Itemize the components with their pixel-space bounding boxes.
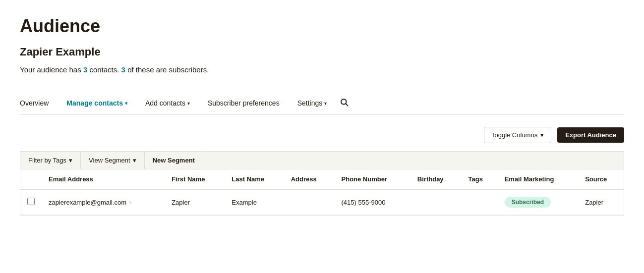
export-audience-button[interactable]: Export Audience	[557, 127, 624, 143]
table-header-phone: Phone Number	[335, 169, 410, 189]
contact-count: 3	[83, 65, 87, 74]
row-first-name: Zapier	[165, 189, 225, 215]
toggle-columns-button[interactable]: Toggle Columns ▾	[484, 127, 551, 143]
row-checkbox[interactable]	[27, 198, 35, 205]
nav-bar: Overview Manage contacts ▾ Add contacts …	[20, 92, 624, 115]
chevron-down-icon: ▾	[187, 101, 190, 106]
nav-item-subscriber-preferences[interactable]: Subscriber preferences	[199, 93, 289, 113]
contacts-table: Email Address First Name Last Name Addre…	[20, 169, 624, 216]
arrow-right-icon: ›	[129, 199, 131, 206]
row-email-cell: zapierexample@gmail.com ›	[42, 189, 165, 215]
nav-item-overview[interactable]: Overview	[20, 93, 58, 113]
subscribed-badge: Subscribed	[505, 197, 551, 208]
row-address	[284, 189, 335, 215]
table-header-address: Address	[284, 169, 335, 189]
table-header-email: Email Address	[42, 169, 165, 189]
table-header-last-name: Last Name	[225, 169, 284, 189]
row-source: Zapier	[578, 189, 624, 215]
table-header-source: Source	[578, 169, 624, 189]
nav-item-add-contacts[interactable]: Add contacts ▾	[136, 93, 199, 113]
table-header-first-name: First Name	[165, 169, 225, 189]
table-row: zapierexample@gmail.com › Zapier Example…	[20, 189, 624, 215]
table-header-checkbox	[20, 169, 42, 189]
table-header-row: Email Address First Name Last Name Addre…	[20, 169, 624, 189]
view-segment-button[interactable]: View Segment ▾	[81, 152, 145, 169]
toolbar: Toggle Columns ▾ Export Audience	[20, 115, 624, 151]
chevron-down-icon: ▾	[133, 157, 136, 164]
table-header-birthday: Birthday	[410, 169, 462, 189]
row-email[interactable]: zapierexample@gmail.com	[49, 199, 126, 206]
page-title: Audience	[20, 16, 624, 37]
filter-by-tags-button[interactable]: Filter by Tags ▾	[20, 152, 81, 169]
row-email-marketing: Subscribed	[498, 189, 579, 215]
nav-item-manage-contacts[interactable]: Manage contacts ▾	[58, 93, 136, 113]
chevron-down-icon: ▾	[125, 101, 127, 106]
row-birthday	[410, 189, 462, 215]
table-header-email-marketing: Email Marketing	[498, 169, 579, 189]
chevron-down-icon: ▾	[324, 101, 327, 106]
chevron-down-icon: ▾	[69, 157, 72, 164]
table-header-tags: Tags	[462, 169, 498, 189]
search-icon[interactable]	[336, 92, 352, 114]
filter-bar: Filter by Tags ▾ View Segment ▾ New Segm…	[20, 151, 624, 169]
audience-name: Zapier Example	[20, 46, 624, 58]
audience-stats: Your audience has 3 contacts. 3 of these…	[20, 65, 624, 74]
row-phone: (415) 555-9000	[335, 189, 410, 215]
nav-item-settings[interactable]: Settings ▾	[289, 93, 336, 113]
svg-line-1	[346, 104, 348, 106]
row-last-name: Example	[225, 189, 284, 215]
chevron-down-icon: ▾	[540, 131, 544, 139]
row-tags	[462, 189, 498, 215]
new-segment-button[interactable]: New Segment	[145, 152, 203, 169]
subscriber-count: 3	[121, 65, 125, 74]
row-checkbox-cell[interactable]	[20, 189, 42, 215]
